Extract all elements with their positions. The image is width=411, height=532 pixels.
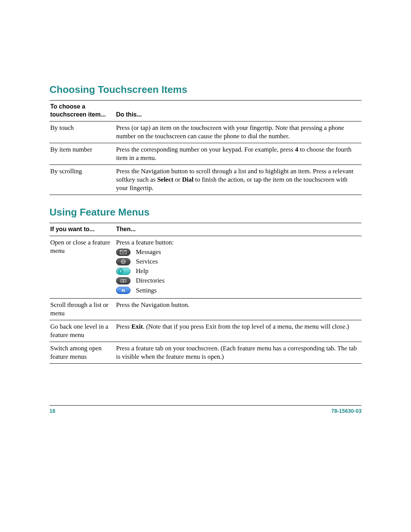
cell-by-touch: By touch: [49, 121, 115, 143]
feature-label: Messages: [136, 248, 161, 256]
cell-scroll-desc: Press the Navigation button.: [115, 298, 362, 320]
feature-label: Settings: [136, 286, 157, 295]
help-icon: ?: [116, 268, 131, 275]
heading-feature-menus: Using Feature Menus: [49, 206, 362, 218]
doc-number: 78-15630-03: [331, 408, 362, 414]
feature-label: Help: [136, 267, 148, 275]
cell-by-item-number: By item number: [49, 143, 115, 165]
table-row: Scroll through a list or menu Press the …: [49, 298, 362, 320]
cell-by-scrolling-desc: Press the Navigation button to scroll th…: [115, 165, 362, 195]
feature-label: Services: [136, 257, 158, 266]
services-icon: [116, 258, 131, 265]
svg-text:?: ?: [119, 269, 122, 273]
table-row: Open or close a feature menu Press a fea…: [49, 236, 362, 299]
feature-services: Services: [116, 257, 359, 266]
cell-open-close-desc: Press a feature button: Messages Service…: [115, 236, 362, 299]
th-do-this: Do this...: [115, 101, 362, 121]
feature-help: ? Help: [116, 267, 359, 275]
cell-switch: Switch among open feature menus: [49, 342, 115, 363]
heading-choosing: Choosing Touchscreen Items: [49, 84, 362, 96]
feature-label: Directories: [136, 276, 165, 285]
th-line2: touchscreen item...: [50, 111, 106, 118]
cell-by-item-number-desc: Press the corresponding number on your k…: [115, 143, 362, 165]
messages-icon: [116, 249, 131, 256]
footer: 16 78-15630-03: [49, 405, 362, 414]
th-then: Then...: [115, 223, 362, 236]
table-row: By touch Press (or tap) an item on the t…: [49, 121, 362, 143]
th-if-you-want: If you want to...: [49, 223, 115, 236]
page: Choosing Touchscreen Items To choose a t…: [0, 0, 411, 532]
table-feature-menus: If you want to... Then... Open or close …: [49, 223, 362, 364]
table-row: Switch among open feature menus Press a …: [49, 342, 362, 363]
feature-messages: Messages: [116, 248, 359, 256]
cell-by-touch-desc: Press (or tap) an item on the touchscree…: [115, 121, 362, 143]
settings-icon: [116, 287, 131, 294]
table-row: Go back one level in a feature menu Pres…: [49, 320, 362, 342]
cell-switch-desc: Press a feature tab on your touchscreen.…: [115, 342, 362, 363]
feature-directories: Directories: [116, 276, 359, 285]
table-choosing: To choose a touchscreen item... Do this.…: [49, 100, 362, 195]
cell-back-desc: Press Exit. (Note that if you press Exit…: [115, 320, 362, 342]
directories-icon: [116, 277, 131, 284]
page-number: 16: [49, 408, 56, 414]
cell-back: Go back one level in a feature menu: [49, 320, 115, 342]
cell-by-scrolling: By scrolling: [49, 165, 115, 195]
table-row: By scrolling Press the Navigation button…: [49, 165, 362, 195]
cell-scroll: Scroll through a list or menu: [49, 298, 115, 320]
th-line1: To choose a: [50, 103, 85, 110]
th-touchscreen-item: To choose a touchscreen item...: [49, 101, 115, 121]
feature-intro: Press a feature button:: [116, 238, 359, 247]
table-row: By item number Press the corresponding n…: [49, 143, 362, 165]
cell-open-close: Open or close a feature menu: [49, 236, 115, 299]
feature-settings: Settings: [116, 286, 359, 295]
